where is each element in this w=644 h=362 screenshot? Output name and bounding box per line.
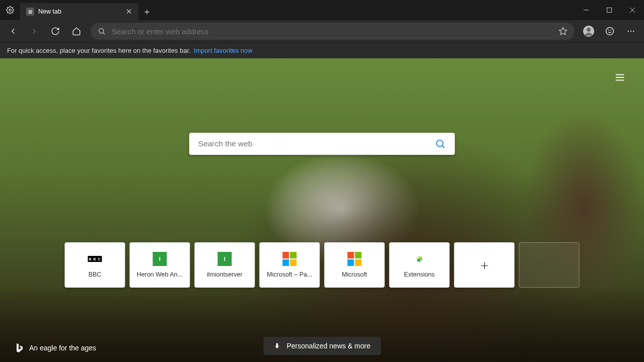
news-expand-button[interactable]: Personalized news & more: [264, 337, 381, 355]
svg-line-20: [442, 146, 444, 148]
svg-point-15: [633, 31, 634, 32]
quick-link-tile[interactable]: Microsoft – Pa...: [260, 242, 320, 288]
svg-point-14: [630, 31, 631, 32]
tab-newtab[interactable]: ▦ New tab ✕: [20, 3, 138, 20]
bing-icon: [15, 343, 23, 353]
home-button[interactable]: [66, 21, 87, 41]
favorites-bar: For quick access, place your favorites h…: [0, 42, 644, 58]
tile-label: ilmiontserver: [207, 271, 243, 278]
search-icon: [98, 27, 106, 35]
tile-label: Heron Web An...: [137, 271, 183, 278]
svg-point-12: [611, 30, 611, 30]
svg-point-19: [437, 140, 443, 147]
feedback-button[interactable]: [600, 21, 620, 41]
tile-label: Microsoft – Pa...: [267, 271, 312, 278]
web-search-input[interactable]: [198, 139, 435, 148]
tile-icon: 🧩: [413, 252, 427, 266]
address-bar[interactable]: [91, 23, 575, 40]
quick-link-tile[interactable]: 🧩Extensions: [389, 242, 450, 288]
favorite-star-icon[interactable]: [558, 27, 568, 36]
news-button-label: Personalized news & more: [287, 342, 371, 350]
forward-button[interactable]: [24, 21, 44, 41]
newtab-page: B B CBBCIHeron Web An...IilmiontserverMi…: [0, 58, 644, 362]
web-search-icon[interactable]: [435, 138, 446, 149]
add-quick-link-button[interactable]: ＋: [454, 242, 515, 288]
tab-title: New tab: [38, 8, 61, 15]
minimize-button[interactable]: [575, 0, 598, 20]
maximize-button[interactable]: [598, 0, 621, 20]
quick-link-tile[interactable]: Iilmiontserver: [195, 242, 255, 288]
tab-favicon: ▦: [26, 8, 34, 16]
back-button[interactable]: [3, 21, 23, 41]
tile-icon: I: [218, 252, 232, 266]
tab-close-button[interactable]: ✕: [126, 7, 132, 16]
svg-rect-2: [607, 8, 612, 13]
address-input[interactable]: [112, 27, 552, 36]
svg-marker-7: [559, 28, 567, 35]
tile-label: Extensions: [404, 271, 435, 278]
svg-point-13: [628, 31, 629, 32]
svg-point-10: [606, 28, 614, 35]
tile-icon: [283, 252, 297, 266]
tab-actions-button[interactable]: [0, 0, 20, 20]
quick-links: B B CBBCIHeron Web An...IilmiontserverMi…: [65, 242, 580, 288]
page-settings-button[interactable]: [611, 68, 629, 86]
quick-link-tile[interactable]: Microsoft: [325, 242, 385, 288]
svg-point-5: [99, 29, 104, 33]
plus-icon: ＋: [477, 258, 492, 272]
new-tab-button[interactable]: ＋: [138, 3, 155, 20]
refresh-button[interactable]: [45, 21, 65, 41]
close-window-button[interactable]: [621, 0, 644, 20]
quick-link-tile[interactable]: IHeron Web An...: [130, 242, 190, 288]
web-search-box[interactable]: [189, 133, 455, 155]
tile-icon: [348, 252, 362, 266]
svg-point-0: [9, 9, 11, 11]
tile-icon: B B C: [88, 252, 102, 266]
titlebar: ▦ New tab ✕ ＋: [0, 0, 644, 20]
background-image: [0, 58, 644, 362]
import-favorites-link[interactable]: Import favorites now: [194, 47, 253, 54]
toolbar: [0, 20, 644, 42]
svg-point-9: [587, 28, 591, 32]
svg-point-11: [608, 30, 609, 30]
caption-text: An eagle for the ages: [29, 344, 96, 352]
quick-link-tile[interactable]: B B CBBC: [65, 242, 125, 288]
profile-button[interactable]: [579, 21, 599, 41]
window-controls: [575, 0, 644, 20]
tile-label: BBC: [89, 271, 102, 278]
menu-button[interactable]: [621, 21, 641, 41]
quick-link-placeholder: [519, 242, 580, 288]
favorites-bar-text: For quick access, place your favorites h…: [7, 47, 191, 54]
svg-line-6: [103, 33, 105, 34]
tile-label: Microsoft: [342, 271, 367, 278]
arrow-down-icon: [274, 342, 281, 349]
image-caption[interactable]: An eagle for the ages: [15, 343, 96, 353]
tile-icon: I: [153, 252, 167, 266]
